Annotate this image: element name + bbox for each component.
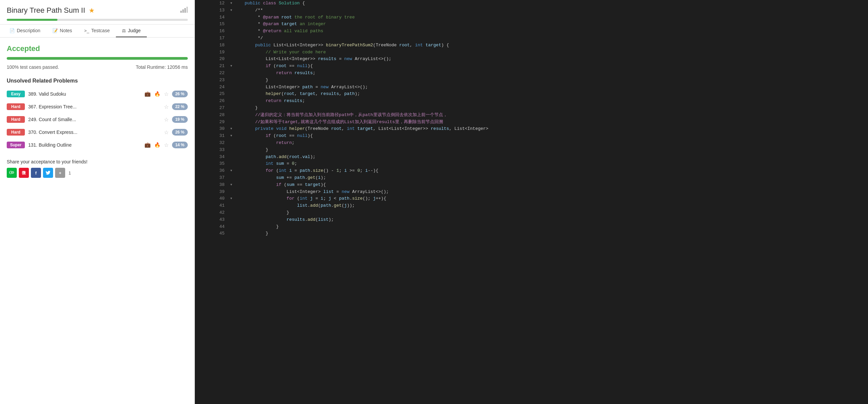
svg-rect-1: [182, 9, 184, 13]
judge-icon: ⚖: [122, 28, 126, 33]
line-code: * @return all valid paths: [242, 28, 868, 35]
difficulty-badge-hard: Hard: [7, 103, 25, 110]
line-code: list.add(path.get(j));: [242, 202, 868, 209]
problem-name[interactable]: 131. Building Outline: [28, 142, 141, 148]
table-row: 44 }: [195, 224, 868, 231]
table-row: 19 // Write your code here: [195, 49, 868, 56]
line-code: List<Integer> list = new ArrayList<>();: [242, 189, 868, 196]
line-arrow: [229, 105, 242, 112]
star-outline-icon[interactable]: ☆: [164, 116, 168, 123]
line-number: 41: [195, 202, 229, 209]
line-arrow: ▾: [229, 126, 242, 133]
right-panel: 12▾public class Solution {13▾ /**14 * @p…: [195, 0, 868, 404]
list-item: Hard 367. Expression Tree... ☆ 22 %: [7, 102, 188, 111]
line-arrow: ▾: [229, 181, 242, 189]
svg-point-8: [12, 172, 12, 172]
problem-list: Easy 389. Valid Sudoku 💼 🔥 ☆ 26 % Hard 3…: [7, 89, 188, 150]
star-icon[interactable]: ★: [89, 6, 95, 14]
line-number: 40: [195, 195, 229, 202]
line-code: public class Solution {: [242, 0, 868, 7]
line-code: }: [242, 224, 868, 231]
table-row: 35 int sum = 0;: [195, 160, 868, 167]
weibo-button[interactable]: 微: [19, 168, 29, 178]
line-arrow: [229, 70, 242, 77]
line-number: 32: [195, 140, 229, 147]
facebook-button[interactable]: f: [31, 168, 41, 178]
table-row: 12▾public class Solution {: [195, 0, 868, 7]
related-problems-title: Unsolved Related Problems: [7, 78, 188, 84]
line-number: 12: [195, 0, 229, 7]
notes-icon: 📝: [53, 28, 58, 33]
share-text: Share your acceptance to your friends!: [7, 159, 188, 164]
line-arrow: ▾: [229, 63, 242, 70]
line-number: 25: [195, 91, 229, 98]
star-outline-icon[interactable]: ☆: [164, 129, 168, 136]
table-row: 36▾ for (int i = path.size() - 1; i >= 0…: [195, 167, 868, 174]
svg-point-9: [13, 172, 13, 172]
list-item: Hard 370. Convert Express... ☆ 26 %: [7, 128, 188, 137]
problem-title-text: Binary Tree Path Sum II: [7, 6, 85, 15]
line-code: * @param root the root of binary tree: [242, 14, 868, 21]
tab-description[interactable]: 📄 Description: [3, 25, 46, 37]
percent-badge: 26 %: [172, 91, 188, 97]
line-arrow: [229, 202, 242, 209]
line-number: 33: [195, 147, 229, 154]
tab-testcase[interactable]: >_ Testcase: [78, 25, 116, 37]
line-number: 39: [195, 189, 229, 196]
list-item: Easy 389. Valid Sudoku 💼 🔥 ☆ 26 %: [7, 89, 188, 99]
stats-row: 100% test cases passed. Total Runtime: 1…: [7, 64, 188, 70]
line-number: 36: [195, 167, 229, 174]
briefcase-icon: 💼: [145, 91, 151, 97]
difficulty-badge-easy: Easy: [7, 91, 25, 97]
star-outline-icon[interactable]: ☆: [164, 142, 168, 148]
line-arrow: [229, 28, 242, 35]
line-arrow: ▾: [229, 133, 242, 140]
line-arrow: [229, 42, 242, 49]
share-section: Share your acceptance to your friends! 微…: [7, 159, 188, 178]
code-editor[interactable]: 12▾public class Solution {13▾ /**14 * @p…: [195, 0, 868, 404]
problem-name[interactable]: 249. Count of Smalle...: [28, 117, 161, 122]
table-row: 39 List<Integer> list = new ArrayList<>(…: [195, 189, 868, 196]
twitter-button[interactable]: [43, 168, 53, 178]
plus-button[interactable]: +: [55, 168, 65, 178]
test-cases-passed: 100% test cases passed.: [7, 64, 59, 70]
table-row: 33 }: [195, 147, 868, 154]
problem-name[interactable]: 367. Expression Tree...: [28, 104, 161, 109]
star-outline-icon[interactable]: ☆: [164, 91, 168, 97]
line-arrow: ▾: [229, 7, 242, 14]
line-code: //递归的定义：将当前节点加入到当前路径path中，从path里该节点倒回去依次…: [242, 112, 868, 119]
percent-badge: 19 %: [172, 116, 188, 123]
star-outline-icon[interactable]: ☆: [164, 104, 168, 110]
problem-name[interactable]: 389. Valid Sudoku: [28, 91, 141, 97]
tab-testcase-label: Testcase: [91, 28, 110, 33]
table-row: 28 //递归的定义：将当前节点加入到当前路径path中，从path里该节点倒回…: [195, 112, 868, 119]
line-number: 45: [195, 230, 229, 237]
line-code: if (root == null){: [242, 63, 868, 70]
wechat-button[interactable]: [7, 168, 17, 178]
table-row: 45 }: [195, 230, 868, 237]
table-row: 20 List<List<Integer>> results = new Arr…: [195, 56, 868, 63]
table-row: 30▾ private void helper(TreeNode root, i…: [195, 126, 868, 133]
tab-notes[interactable]: 📝 Notes: [46, 25, 78, 37]
line-arrow: [229, 91, 242, 98]
table-row: 31▾ if (root == null){: [195, 133, 868, 140]
line-number: 13: [195, 7, 229, 14]
line-arrow: [229, 209, 242, 216]
social-count: 1: [68, 170, 71, 175]
line-code: * @param target an integer: [242, 21, 868, 28]
table-row: 38▾ if (sum == target){: [195, 181, 868, 189]
table-row: 13▾ /**: [195, 7, 868, 14]
line-code: sum += path.get(i);: [242, 174, 868, 181]
table-row: 41 list.add(path.get(j));: [195, 202, 868, 209]
table-row: 37 sum += path.get(i);: [195, 174, 868, 181]
line-arrow: [229, 230, 242, 237]
line-number: 35: [195, 160, 229, 167]
problem-name[interactable]: 370. Convert Express...: [28, 130, 161, 135]
list-item: Super 131. Building Outline 💼 🔥 ☆ 14 %: [7, 140, 188, 150]
line-arrow: [229, 56, 242, 63]
percent-badge: 26 %: [172, 129, 188, 136]
line-arrow: [229, 147, 242, 154]
line-arrow: ▾: [229, 195, 242, 202]
tab-judge[interactable]: ⚖ Judge: [116, 25, 147, 37]
left-panel: Binary Tree Path Sum II ★ 📄 Description …: [0, 0, 195, 404]
